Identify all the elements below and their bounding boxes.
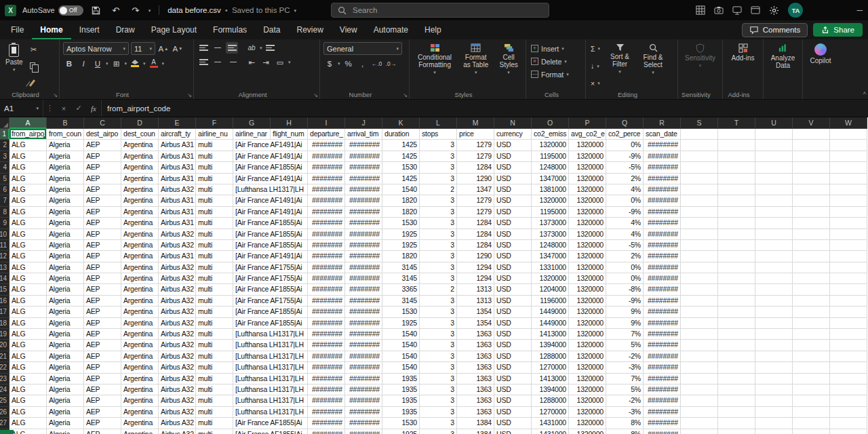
cell-Q15[interactable]: -8% — [606, 284, 644, 295]
number-dialog-launcher[interactable]: ↘ — [403, 92, 408, 98]
cell-N12[interactable]: USD — [494, 251, 532, 262]
cell-B27[interactable]: Algeria — [47, 418, 84, 429]
cell-D11[interactable]: Argentina — [121, 240, 159, 251]
cell-E28[interactable]: Airbus A32 — [159, 429, 196, 434]
cell-T22[interactable] — [718, 362, 755, 373]
cell-N8[interactable]: USD — [494, 207, 532, 218]
cell-R15[interactable]: ######## — [644, 284, 681, 295]
cell-P21[interactable]: 1320000 — [569, 351, 606, 362]
cell-G16[interactable]: [Air France AF1755|Ai — [233, 296, 308, 307]
fill-button[interactable]: ↓▾ — [589, 60, 601, 73]
cell-U28[interactable] — [755, 429, 793, 434]
cell-J9[interactable]: ######## — [345, 218, 382, 229]
sort-filter-button[interactable]: Sort & Filter▾ — [604, 42, 635, 90]
cell-O8[interactable]: 1195000 — [532, 207, 569, 218]
cell-S10[interactable] — [681, 229, 718, 240]
cell-D27[interactable]: Argentina — [121, 418, 159, 429]
column-header-G[interactable]: G — [233, 117, 271, 129]
cell-E5[interactable]: Airbus A31 — [159, 174, 196, 184]
cell-W6[interactable] — [830, 184, 867, 195]
cell-E22[interactable]: Airbus A32 — [159, 362, 196, 373]
row-header-25[interactable]: 25 — [0, 395, 9, 406]
cell-E23[interactable]: Airbus A32 — [159, 374, 196, 384]
cell-R2[interactable]: ######## — [644, 140, 681, 151]
cell-W7[interactable] — [830, 195, 867, 206]
cell-O13[interactable]: 1331000 — [532, 262, 569, 273]
cell-R23[interactable]: ######## — [644, 374, 681, 384]
cell-P12[interactable]: 1320000 — [569, 251, 606, 262]
cell-U26[interactable] — [755, 407, 793, 418]
cell-C12[interactable]: AEP — [84, 251, 121, 262]
cell-J8[interactable]: ######## — [345, 207, 382, 218]
cell-Q18[interactable]: 9% — [606, 318, 644, 329]
cell-A11[interactable]: ALG — [9, 240, 47, 251]
sensitivity-button[interactable]: Sensitivity▾ — [682, 42, 719, 90]
cell-V5[interactable] — [793, 174, 830, 184]
cell-K21[interactable]: 1540 — [382, 351, 420, 362]
cell-I10[interactable]: ######## — [308, 229, 345, 240]
cell-I4[interactable]: ######## — [308, 162, 345, 173]
format-as-table-button[interactable]: Format as Table▾ — [459, 42, 492, 90]
cell-I5[interactable]: ######## — [308, 174, 345, 184]
cell-G15[interactable]: [Air France AF1855|Ai — [233, 284, 308, 295]
cell-J19[interactable]: ######## — [345, 329, 382, 340]
cell-N2[interactable]: USD — [494, 140, 532, 151]
cell-D23[interactable]: Argentina — [121, 374, 159, 384]
cell-I9[interactable]: ######## — [308, 218, 345, 229]
cell-Q16[interactable]: -9% — [606, 296, 644, 307]
cell-S19[interactable] — [681, 329, 718, 340]
cell-T16[interactable] — [718, 296, 755, 307]
cell-T12[interactable] — [718, 251, 755, 262]
cell-E13[interactable]: Airbus A32 — [159, 262, 196, 273]
cell-A16[interactable]: ALG — [9, 296, 47, 307]
cell-U22[interactable] — [755, 362, 793, 373]
cell-T28[interactable] — [718, 429, 755, 434]
cell-M17[interactable]: 1354 — [457, 307, 494, 317]
cell-R9[interactable]: ######## — [644, 218, 681, 229]
underline-button[interactable]: U — [92, 58, 104, 69]
cell-C14[interactable]: AEP — [84, 273, 121, 284]
cell-B5[interactable]: Algeria — [47, 174, 84, 184]
column-header-I[interactable]: I — [308, 117, 345, 129]
cell-C5[interactable]: AEP — [84, 174, 121, 184]
cell-W12[interactable] — [830, 251, 867, 262]
cell-B20[interactable]: Algeria — [47, 340, 84, 351]
cell-S23[interactable] — [681, 374, 718, 384]
cell-U11[interactable] — [755, 240, 793, 251]
row-header-4[interactable]: 4 — [0, 162, 9, 173]
cell-R27[interactable]: ######## — [644, 418, 681, 429]
cell-I15[interactable]: ######## — [308, 284, 345, 295]
cell-T17[interactable] — [718, 307, 755, 317]
cell-V13[interactable] — [793, 262, 830, 273]
cell-S2[interactable] — [681, 140, 718, 151]
cell-P9[interactable]: 1320000 — [569, 218, 606, 229]
cell-H1[interactable]: flight_num — [271, 129, 308, 140]
cell-T20[interactable] — [718, 340, 755, 351]
cell-V23[interactable] — [793, 374, 830, 384]
cell-S28[interactable] — [681, 429, 718, 434]
cell-T4[interactable] — [718, 162, 755, 173]
cell-R4[interactable]: ######## — [644, 162, 681, 173]
alignment-dialog-launcher[interactable]: ↘ — [313, 92, 318, 98]
cell-K9[interactable]: 1530 — [382, 218, 420, 229]
cell-M26[interactable]: 1363 — [457, 407, 494, 418]
cell-S6[interactable] — [681, 184, 718, 195]
cell-L3[interactable]: 3 — [420, 151, 457, 162]
column-header-J[interactable]: J — [345, 117, 382, 129]
insert-function-icon[interactable]: fx — [86, 100, 101, 117]
align-top-button[interactable] — [197, 42, 210, 54]
cell-Q23[interactable]: 7% — [606, 374, 644, 384]
cell-D26[interactable]: Argentina — [121, 407, 159, 418]
cell-S7[interactable] — [681, 195, 718, 206]
cell-P20[interactable]: 1320000 — [569, 340, 606, 351]
cell-R3[interactable]: ######## — [644, 151, 681, 162]
cell-T23[interactable] — [718, 374, 755, 384]
cell-M10[interactable]: 1284 — [457, 229, 494, 240]
cell-F18[interactable]: multi — [196, 318, 233, 329]
cell-E14[interactable]: Airbus A32 — [159, 273, 196, 284]
cell-A14[interactable]: ALG — [9, 273, 47, 284]
cell-R16[interactable]: ######## — [644, 296, 681, 307]
column-header-C[interactable]: C — [84, 117, 121, 129]
decrease-indent-button[interactable]: ⇤ — [245, 56, 258, 68]
cell-S4[interactable] — [681, 162, 718, 173]
